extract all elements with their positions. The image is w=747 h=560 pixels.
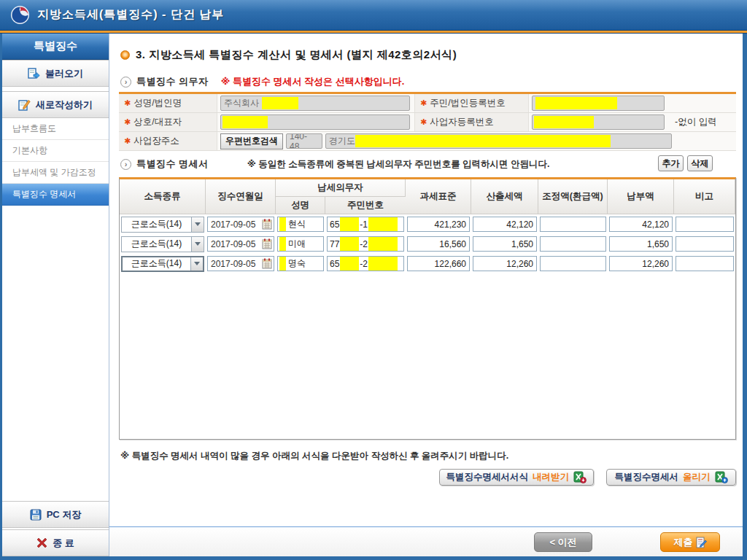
chevron-circle-icon: ›: [120, 77, 131, 88]
zip-code-input[interactable]: 140-48_: [286, 133, 322, 149]
adjustment-cell: [538, 254, 608, 273]
payment-value: 1,650: [647, 239, 669, 249]
government-logo-icon: [10, 5, 30, 25]
exit-button[interactable]: 종 료: [2, 529, 109, 556]
remark-cell: [674, 214, 735, 234]
new-document-button[interactable]: 새로작성하기: [2, 91, 109, 118]
tax-base-input[interactable]: 122,660: [407, 256, 470, 271]
tax-base-input[interactable]: 421,230: [407, 217, 470, 232]
collection-date-input[interactable]: 2017-09-05: [207, 236, 274, 252]
header-remark: 비고: [674, 179, 735, 214]
payment-input[interactable]: 1,650: [609, 236, 673, 252]
income-type-value: 근로소득(14): [122, 217, 191, 232]
download-template-button[interactable]: 특별징수명세서서식 내려받기: [439, 469, 595, 486]
income-type-select[interactable]: 근로소득(14): [121, 217, 204, 233]
calculated-tax-cell: 1,650: [471, 234, 538, 254]
remark-input[interactable]: [676, 256, 734, 271]
biz-reg-input[interactable]: [532, 114, 665, 130]
submit-button[interactable]: 제출: [660, 532, 720, 552]
taxpayer-name-input[interactable]: 미애: [277, 236, 324, 252]
app-window: 지방소득세(특별징수) - 단건 납부 특별징수 불러오기 새로작성하기: [0, 0, 747, 560]
header-name: 성명: [276, 197, 325, 214]
add-row-button[interactable]: 추가: [658, 155, 684, 171]
name-field-cell: 주식회사: [217, 94, 414, 112]
tax-base-cell: 122,660: [406, 254, 471, 273]
calculated-tax-value: 1,650: [511, 239, 533, 249]
jumin-input[interactable]: 65-2: [327, 256, 404, 271]
address-input[interactable]: 경기도: [325, 133, 672, 149]
delete-row-button[interactable]: 삭제: [687, 155, 713, 171]
sidebar-item-label: 납부흐름도: [12, 122, 56, 135]
income-type-select[interactable]: 근로소득(14): [121, 256, 204, 272]
taxpayer-name-cell: 명숙: [276, 254, 325, 273]
calendar-icon[interactable]: [262, 238, 272, 249]
remark-cell: [674, 234, 735, 254]
pc-save-button[interactable]: PC 저장: [2, 501, 109, 528]
adjustment-input[interactable]: [540, 236, 606, 252]
calculated-tax-input[interactable]: 12,260: [473, 256, 537, 271]
jumin-input[interactable]: 65-1: [327, 217, 404, 232]
sidebar-item-label: 기본사항: [12, 144, 47, 157]
sidebar-item-tax-adjustment[interactable]: 납부세액 및 가감조정: [2, 162, 109, 184]
collection-date-input[interactable]: 2017-09-05: [207, 217, 274, 232]
payment-value: 12,260: [642, 259, 669, 269]
duplicate-warning-note: ※ 동일한 소득종류에 중복된 납세의무자 주민번호를 입력하시면 안됩니다.: [247, 158, 550, 171]
taxpayer-name-input[interactable]: 현식: [277, 217, 324, 232]
upload-statement-button[interactable]: 특별징수명세서 올리기: [606, 469, 736, 486]
income-type-select[interactable]: 근로소득(14): [121, 236, 204, 252]
adjustment-input[interactable]: [540, 256, 606, 271]
corp-reg-label-cell: ✱ 주민/법인등록번호: [414, 94, 529, 112]
tax-base-input[interactable]: 16,560: [407, 236, 470, 252]
biz-reg-hint: -없이 입력: [675, 116, 717, 128]
remark-input[interactable]: [676, 217, 734, 232]
calendar-icon[interactable]: [262, 219, 272, 230]
jumin-front-value: 65: [330, 259, 339, 269]
sidebar-item-detail-statement[interactable]: 특별징수 명세서: [2, 184, 109, 206]
tax-base-cell: 421,230: [406, 214, 471, 234]
trade-name-input[interactable]: [220, 114, 410, 130]
collection-date-value: 2017-09-05: [211, 239, 255, 249]
calculated-tax-input[interactable]: 1,650: [473, 236, 537, 252]
row-action-buttons: 추가 삭제: [658, 155, 713, 171]
header-calculated-tax: 산출세액: [471, 179, 538, 214]
income-type-cell: 근로소득(14): [120, 214, 206, 234]
calculated-tax-input[interactable]: 42,120: [473, 217, 537, 232]
calendar-icon[interactable]: [262, 258, 272, 269]
redaction-mask: [368, 217, 398, 231]
income-type-value: 근로소득(14): [122, 237, 191, 252]
payment-input[interactable]: 42,120: [609, 217, 673, 232]
tax-base-value: 421,230: [435, 219, 466, 230]
adjustment-input[interactable]: [540, 217, 606, 232]
redaction-mask: [534, 116, 594, 128]
chevron-down-icon[interactable]: [191, 217, 204, 232]
redaction-mask: [340, 237, 359, 251]
payment-value: 42,120: [642, 219, 669, 230]
load-button[interactable]: 불러오기: [2, 60, 109, 87]
collection-date-cell: 2017-09-05: [206, 254, 276, 273]
taxpayer-name-input[interactable]: 명숙: [277, 256, 324, 271]
previous-button-label: < 이전: [549, 536, 576, 549]
adjustment-cell: [538, 214, 608, 234]
page-title: 3. 지방소득세 특별징수 계산서 및 명세서 (별지 제42호의2서식): [136, 48, 457, 62]
address-field-cell: 우편번호검색 140-48_ 경기도: [217, 132, 736, 150]
form-row: ✱ 상호/대표자 ✱ 사업자등록번호 -없이 입력: [119, 113, 736, 132]
jumin-input[interactable]: 77-2: [327, 236, 404, 252]
remark-input[interactable]: [676, 236, 734, 252]
zip-code-value: 140-48_: [290, 133, 319, 149]
sidebar-item-payment-flow[interactable]: 납부흐름도: [2, 118, 109, 140]
chevron-down-icon[interactable]: [191, 237, 204, 252]
collection-date-input[interactable]: 2017-09-05: [207, 256, 274, 271]
payment-cell: 42,120: [608, 214, 674, 234]
payment-input[interactable]: 12,260: [609, 256, 673, 271]
calculated-tax-value: 12,260: [506, 259, 533, 269]
previous-button[interactable]: < 이전: [534, 532, 592, 552]
submit-document-icon: [696, 537, 707, 548]
trade-label: 상호/대표자: [133, 116, 182, 128]
obligor-form: ✱ 성명/법인명 주식회사 ✱ 주민/법인등록번호: [119, 92, 736, 151]
corp-reg-input[interactable]: [532, 96, 665, 111]
sidebar-item-basic-info[interactable]: 기본사항: [2, 140, 109, 162]
corp-name-input[interactable]: 주식회사: [220, 96, 410, 111]
remark-cell: [674, 254, 735, 273]
zip-search-button[interactable]: 우편번호검색: [220, 133, 283, 149]
chevron-down-icon[interactable]: [190, 257, 203, 271]
